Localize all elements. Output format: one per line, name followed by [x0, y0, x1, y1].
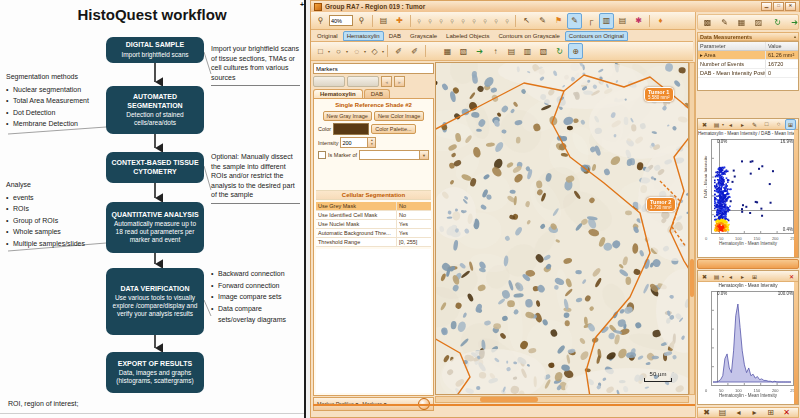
prev-chart-button[interactable]: ◂ — [725, 119, 736, 130]
magnification-preset-1x-button[interactable]: ⚲ — [414, 14, 424, 28]
split-view-button[interactable]: ▥ — [599, 13, 614, 29]
collapse-arrow-icon[interactable]: ▴ — [794, 34, 796, 39]
intensity-stepper[interactable]: ▴▾ — [340, 137, 376, 148]
crop-tool-button[interactable]: ┌ — [583, 13, 598, 29]
apply-button[interactable]: ➔ — [787, 14, 800, 30]
histogram-plot-area[interactable]: 0.0% 100.0% — [707, 290, 795, 388]
region-label-1[interactable]: Tumor 15.580 mm² — [644, 87, 674, 102]
tissue-image-viewport[interactable]: Tumor 15.580 mm²Tumor 21.730 mm² 50 µm — [435, 62, 689, 395]
dropdown-arrow-icon[interactable]: ▾ — [722, 274, 724, 279]
magnification-preset-63x-button[interactable]: ⚲ — [491, 14, 501, 28]
thumbnail-view-button[interactable]: ▤ — [376, 13, 391, 29]
property-row[interactable]: Use Nuclei MaskYes — [316, 220, 431, 229]
layout-b-button[interactable]: ▥ — [520, 43, 535, 59]
list-view-button[interactable]: ▤ — [615, 13, 630, 29]
rect-gate-button[interactable]: □ — [761, 119, 772, 130]
fit-to-view-button[interactable]: ⊕ — [568, 43, 583, 59]
region-label-2[interactable]: Tumor 21.730 mm² — [646, 197, 676, 212]
ellipse-roi-button[interactable]: ○ — [331, 43, 346, 59]
new-color-image-button[interactable]: New Color Image — [374, 111, 425, 121]
scatter-canvas[interactable] — [707, 138, 795, 236]
grid-overlay-button[interactable]: ▦ — [440, 43, 455, 59]
close-bottom-panel-button[interactable]: ✕ — [779, 405, 794, 418]
vertical-scroll-thumb[interactable] — [690, 259, 694, 297]
magnification-preset-6x-button[interactable]: ⚲ — [447, 14, 457, 28]
dropdown-arrow-icon[interactable]: ▾ — [346, 49, 348, 54]
image-horizontal-scrollbar[interactable] — [435, 396, 689, 403]
view-tab-contours-on-original[interactable]: Contours on Original — [565, 31, 628, 41]
intensity-spin-arrows[interactable]: ▴▾ — [367, 138, 375, 147]
prev-chart-button[interactable]: ◂ — [731, 405, 746, 418]
measurement-row[interactable]: DAB - Mean Intensity Positive Events0 — [698, 69, 798, 78]
magnification-preset-10x-button[interactable]: ⚲ — [458, 14, 468, 28]
maximize-button[interactable]: □ — [773, 2, 784, 11]
layout-c-button[interactable]: ▧ — [536, 43, 551, 59]
close-histogram-panel-button[interactable]: ✕ — [786, 271, 797, 282]
view-tab-contours-on-grayscale[interactable]: Contours on Grayscale — [494, 31, 563, 41]
scatter-panel-scrollbar[interactable] — [794, 130, 798, 257]
recalculate-button[interactable]: ↻ — [770, 14, 785, 30]
disabled-nav-button-2[interactable] — [347, 76, 379, 87]
freehand-roi-button[interactable]: ◌ — [349, 43, 364, 59]
ellipse-gate-button[interactable]: ○ — [773, 119, 784, 130]
pan-tool-button[interactable]: ✚ — [392, 13, 407, 29]
polygon-roi-button[interactable]: ◇ — [367, 43, 382, 59]
quadrant-gate-button[interactable]: ⊞ — [763, 405, 778, 418]
annotation-tool-button[interactable]: ✎ — [567, 13, 582, 29]
color-settings-button[interactable]: ✱ — [631, 13, 646, 29]
pipette-foreground-button[interactable]: ✐ — [391, 43, 406, 59]
horizontal-scroll-thumb[interactable] — [480, 397, 538, 402]
next-chart-button[interactable]: ▸ — [747, 405, 762, 418]
markers-field[interactable] — [313, 63, 434, 74]
dropdown-arrow-icon[interactable]: ▾ — [328, 49, 330, 54]
move-up-button[interactable]: ↑ — [488, 43, 503, 59]
draw-gate-button[interactable]: ✎ — [749, 119, 760, 130]
marker-tab-dab[interactable]: DAB — [364, 89, 390, 98]
prev-marker-button[interactable]: ◂ — [381, 76, 392, 87]
export-table-button[interactable]: ▩ — [700, 14, 715, 30]
property-row[interactable]: Use Identified Cell MaskNo — [316, 211, 431, 220]
delete-gate-button[interactable]: ✖ — [699, 271, 710, 282]
minimize-button[interactable]: ▁ — [761, 2, 772, 11]
chart-table-button[interactable]: ▤ — [711, 119, 722, 130]
close-window-button[interactable]: ✕ — [785, 2, 796, 11]
next-chart-button[interactable]: ▸ — [737, 271, 748, 282]
view-tab-labeled-objects[interactable]: Labeled Objects — [442, 31, 493, 41]
layout-a-button[interactable]: ▤ — [504, 43, 519, 59]
intensity-input[interactable] — [341, 138, 367, 147]
table-view-button[interactable]: ▦ — [734, 14, 749, 30]
is-marker-of-dropdown[interactable]: ▼ — [359, 150, 429, 160]
disabled-nav-button-1[interactable] — [313, 76, 345, 87]
color-palette-button[interactable]: Color Palette... — [371, 124, 415, 134]
histogram-canvas[interactable] — [707, 290, 795, 388]
rectangle-roi-button[interactable]: □ — [313, 43, 328, 59]
chart-table-button[interactable]: ▤ — [711, 271, 722, 282]
view-tab-hematoxylin[interactable]: Hematoxylin — [343, 31, 384, 41]
zoom-level-input[interactable] — [329, 15, 353, 26]
new-gray-image-button[interactable]: New Gray Image — [323, 111, 372, 121]
delete-gate-button[interactable]: ✖ — [699, 119, 710, 130]
next-chart-button[interactable]: ▸ — [737, 119, 748, 130]
view-tab-original[interactable]: Original — [313, 31, 342, 41]
chart-table-button[interactable]: ▤ — [715, 405, 730, 418]
measure-tool-button[interactable]: ✎ — [535, 13, 550, 29]
property-row[interactable]: Use Grey MaskNo — [316, 202, 431, 211]
edit-table-button[interactable]: ✎ — [717, 14, 732, 30]
delete-gate-button[interactable]: ✖ — [699, 405, 714, 418]
panel-splitter[interactable] — [697, 259, 799, 269]
measurement-row[interactable]: ▸ Area61.26 mm² — [698, 51, 798, 60]
property-row[interactable]: Threshold Range[0, 255] — [316, 238, 431, 247]
histogram-panel-scrollbar[interactable] — [794, 282, 798, 404]
forward-connection-button[interactable]: ➔ — [472, 43, 487, 59]
tissue-image-canvas[interactable] — [436, 63, 688, 394]
select-tool-button[interactable]: ↖ — [519, 13, 534, 29]
measurement-row[interactable]: Number of Events16720 — [698, 60, 798, 69]
lamp-button[interactable]: ♦ — [653, 13, 668, 29]
next-marker-button[interactable]: ▸ — [394, 76, 405, 87]
magnification-preset-20x-button[interactable]: ⚲ — [469, 14, 479, 28]
range-gate-button[interactable]: ⊞ — [749, 271, 760, 282]
magnification-preset-4x-button[interactable]: ⚲ — [436, 14, 446, 28]
flag-tool-button[interactable]: ⚑ — [551, 13, 566, 29]
prev-chart-button[interactable]: ◂ — [725, 271, 736, 282]
zoom-out-button[interactable]: ⚲ — [313, 13, 328, 29]
